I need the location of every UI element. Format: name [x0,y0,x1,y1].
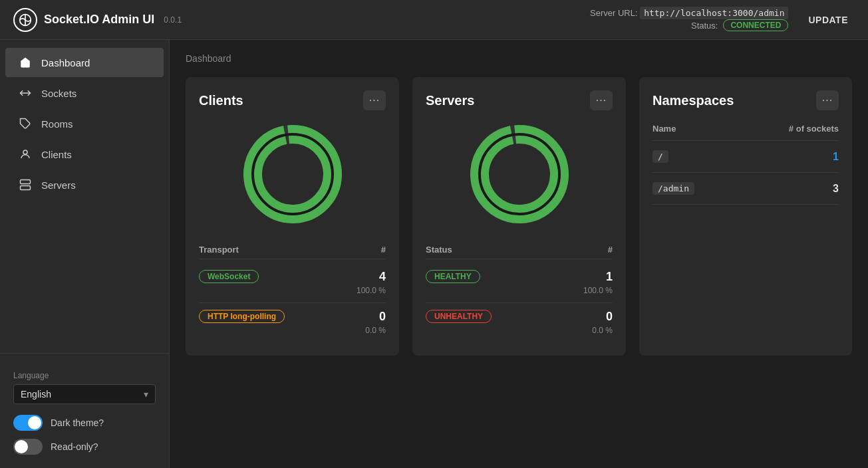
main-content: Dashboard Clients ··· [170,40,868,468]
tag-icon [19,117,32,130]
unhealthy-badge: UNHEALTHY [426,310,492,323]
sidebar-item-clients[interactable]: Clients [5,140,164,169]
clients-card: Clients ··· Transport # [186,77,399,356]
topbar-right: Server URL: http://localhost:3000/admin … [590,8,855,31]
clients-donut [199,121,386,227]
svg-rect-5 [21,180,31,184]
websocket-badge: WebSocket [199,270,259,283]
clients-card-title: Clients [199,93,243,108]
sidebar: Dashboard Sockets Rooms Clients [0,40,170,468]
server-url: http://localhost:3000/admin [640,7,788,19]
server-icon [19,178,32,191]
namespaces-card-menu-button[interactable]: ··· [816,90,839,110]
healthy-badge: HEALTHY [426,270,480,283]
cards-row: Clients ··· Transport # [186,77,852,356]
svg-rect-6 [21,186,31,190]
server-info: Server URL: http://localhost:3000/admin … [590,8,788,31]
sidebar-item-label: Rooms [41,118,73,130]
sidebar-item-rooms[interactable]: Rooms [5,109,164,138]
dark-theme-toggle[interactable] [13,415,43,431]
socket-icon [19,86,32,100]
language-label: Language [13,371,156,380]
namespaces-card: Namespaces ··· Name # of sockets / 1 /ad… [639,77,852,356]
http-polling-badge: HTTP long-polling [199,310,285,323]
servers-card-header: Servers ··· [426,90,613,110]
clients-card-menu-button[interactable]: ··· [363,90,386,110]
sidebar-item-sockets[interactable]: Sockets [5,78,164,108]
namespaces-table: Name # of sockets / 1 /admin 3 [652,121,839,205]
app-title: Socket.IO Admin UI [44,13,154,27]
dark-theme-label: Dark theme? [51,417,104,428]
sidebar-item-label: Dashboard [41,57,90,68]
app-version: 0.0.1 [164,15,182,25]
namespace-count: 3 [833,183,839,195]
servers-table-header: Status # [426,241,613,259]
breadcrumb: Dashboard [186,53,852,64]
namespaces-card-header: Namespaces ··· [652,90,839,110]
person-icon [19,148,32,161]
namespace-name: / [652,150,668,163]
namespace-name: /admin [652,182,694,195]
sidebar-item-label: Servers [41,179,76,191]
readonly-label: Read-only? [51,441,98,452]
update-button[interactable]: UPDATE [801,11,855,29]
sidebar-item-servers[interactable]: Servers [5,170,164,199]
servers-stat-row-healthy: HEALTHY 1 100.0 % [426,263,613,303]
svg-point-4 [23,150,27,154]
main-layout: Dashboard Sockets Rooms Clients [0,40,868,468]
servers-card-menu-button[interactable]: ··· [590,90,613,110]
servers-card: Servers ··· Status # [412,77,626,356]
home-icon [19,56,32,69]
unhealthy-value: 0 0.0 % [592,310,613,336]
sidebar-divider [0,353,169,354]
clients-stat-row-websocket: WebSocket 4 100.0 % [199,263,386,303]
healthy-value: 1 100.0 % [583,270,613,296]
clients-stat-row-http: HTTP long-polling 0 0.0 % [199,303,386,342]
servers-stat-row-unhealthy: UNHEALTHY 0 0.0 % [426,303,613,342]
chevron-down-icon: ▾ [144,389,148,400]
svg-point-11 [253,134,333,214]
http-value: 0 0.0 % [365,310,386,336]
servers-donut [426,121,613,227]
sidebar-item-dashboard[interactable]: Dashboard [5,48,164,77]
namespace-count: 1 [833,151,839,163]
websocket-value: 4 100.0 % [357,270,386,296]
dark-theme-row: Dark theme? [13,415,156,431]
servers-card-title: Servers [426,93,474,108]
server-url-row: Server URL: http://localhost:3000/admin [590,8,788,18]
readonly-toggle[interactable] [13,439,43,455]
svg-point-14 [480,134,559,214]
logo-icon [13,8,37,32]
namespaces-card-title: Namespaces [652,93,734,108]
sidebar-bottom: Language English ▾ Dark theme? Read-only… [0,360,169,468]
sidebar-item-label: Clients [41,149,72,160]
servers-stat-table: Status # HEALTHY 1 100.0 % UNHEALTHY 0 [426,241,613,342]
namespaces-table-header: Name # of sockets [652,121,839,141]
connected-badge: CONNECTED [723,19,788,31]
namespace-row-admin: /admin 3 [652,173,839,205]
sidebar-item-label: Sockets [41,88,76,99]
sidebar-nav: Dashboard Sockets Rooms Clients [0,40,169,346]
clients-stat-table: Transport # WebSocket 4 100.0 % HTTP lon… [199,241,386,342]
language-value: English [21,389,51,400]
clients-table-header: Transport # [199,241,386,259]
status-row: Status: CONNECTED [590,19,788,31]
toggle-knob [15,440,28,453]
toggle-knob [28,416,41,429]
clients-card-header: Clients ··· [199,90,386,110]
readonly-row: Read-only? [13,439,156,455]
logo: Socket.IO Admin UI 0.0.1 [13,8,182,32]
language-select[interactable]: English ▾ [13,384,156,404]
namespace-row-root: / 1 [652,141,839,173]
topbar: Socket.IO Admin UI 0.0.1 Server URL: htt… [0,0,868,40]
